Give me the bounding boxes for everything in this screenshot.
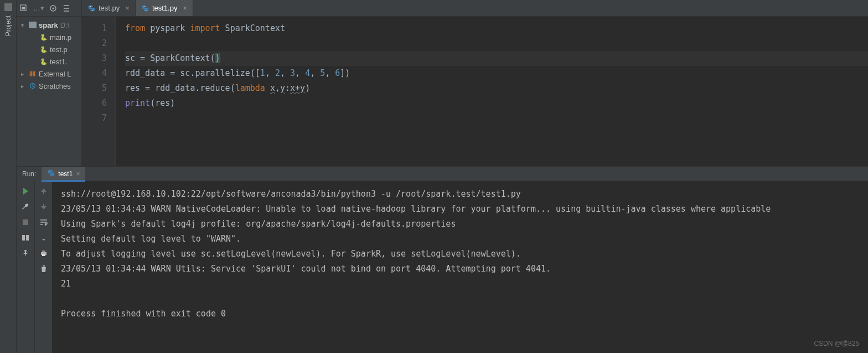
close-icon[interactable]: ×	[183, 4, 187, 12]
python-file-icon	[47, 169, 55, 178]
svg-rect-16	[43, 191, 44, 194]
run-body: ssh://root@192.168.10.102:22/opt/softwar…	[17, 181, 868, 353]
svg-rect-5	[31, 71, 32, 76]
project-view-dropdown-icon[interactable]	[20, 4, 29, 13]
svg-rect-15	[26, 235, 29, 241]
svg-point-11	[143, 6, 144, 6]
svg-rect-7	[34, 71, 35, 76]
run-panel: Run: test1 ×	[17, 166, 868, 353]
tree-file[interactable]: test.p	[17, 43, 81, 55]
svg-rect-19	[42, 250, 45, 252]
svg-rect-14	[22, 235, 25, 241]
root-path: D:\	[60, 21, 70, 29]
scroll-to-end-icon[interactable]	[39, 233, 48, 242]
close-icon[interactable]: ×	[76, 170, 80, 178]
run-icon-column-right	[34, 181, 52, 353]
svg-rect-20	[42, 254, 45, 256]
run-tab[interactable]: test1 ×	[42, 167, 85, 181]
expand-all-icon[interactable]	[62, 4, 71, 13]
library-icon	[29, 70, 37, 78]
tab-test-py[interactable]: test.py ×	[82, 0, 136, 16]
svg-rect-13	[23, 219, 28, 225]
wrench-icon[interactable]	[21, 202, 30, 211]
toolbar-ellipsis[interactable]: …▾	[33, 4, 44, 12]
scratches-label: Scratches	[39, 82, 71, 90]
file-name: main.p	[50, 33, 71, 42]
chevron-down-icon: ▾	[21, 22, 27, 28]
svg-point-9	[90, 6, 91, 6]
run-label: Run:	[17, 170, 42, 178]
layout-icon[interactable]	[21, 233, 30, 242]
print-icon[interactable]	[39, 249, 48, 258]
run-icon-column-left	[17, 181, 34, 353]
down-arrow-icon[interactable]	[39, 202, 48, 211]
up-arrow-icon[interactable]	[39, 187, 48, 196]
select-opened-file-icon[interactable]	[49, 4, 58, 13]
pin-icon[interactable]	[21, 249, 30, 258]
project-tree: ▾ spark D:\ main.p test.p test1.	[17, 17, 81, 94]
external-label: External L	[39, 70, 71, 78]
folder-icon	[29, 22, 37, 28]
chevron-right-icon: ▸	[21, 83, 27, 89]
svg-point-12	[146, 9, 146, 10]
tab-test1-py[interactable]: test1.py ×	[136, 0, 193, 16]
file-name: test.p	[50, 45, 68, 54]
trash-icon[interactable]	[39, 264, 48, 273]
project-toolbar: …▾	[17, 0, 81, 17]
gutter: 1234567	[82, 17, 115, 166]
file-name: test1.	[50, 58, 68, 66]
editor-tabs: test.py × test1.py ×	[82, 0, 868, 17]
project-icon	[4, 3, 12, 11]
top-row: …▾ ▾ spark D:\ main.p	[17, 0, 868, 166]
stop-icon[interactable]	[21, 218, 30, 227]
python-file-icon	[87, 4, 95, 12]
rerun-icon[interactable]	[21, 187, 30, 196]
root-name: spark	[39, 21, 58, 29]
python-file-icon	[141, 4, 149, 12]
editor-body[interactable]: 1234567 from pyspark import SparkContext…	[82, 17, 868, 166]
python-file-icon	[40, 58, 48, 65]
svg-rect-17	[43, 204, 44, 207]
project-label: Project	[4, 16, 12, 36]
tree-file[interactable]: main.p	[17, 31, 81, 43]
tab-label: test.py	[99, 4, 120, 12]
close-icon[interactable]: ×	[125, 4, 130, 12]
python-file-icon	[40, 33, 48, 41]
project-tool-tab[interactable]: Project	[0, 0, 17, 353]
tree-file[interactable]: test1.	[17, 55, 81, 68]
tree-root[interactable]: ▾ spark D:\	[17, 19, 81, 31]
scratches-icon	[29, 82, 37, 90]
tree-scratches[interactable]: ▸ Scratches	[17, 80, 81, 92]
code-area[interactable]: from pyspark import SparkContext sc = Sp…	[115, 17, 868, 166]
tab-label: test1.py	[152, 4, 178, 12]
svg-rect-1	[22, 7, 25, 9]
svg-point-3	[53, 7, 54, 9]
editor: test.py × test1.py × 1234567 from pyspar…	[82, 0, 868, 166]
svg-point-10	[92, 9, 92, 10]
console-output[interactable]: ssh://root@192.168.10.102:22/opt/softwar…	[52, 181, 868, 353]
python-file-icon	[40, 45, 48, 53]
watermark: CSDN @喽825	[814, 339, 859, 349]
svg-rect-6	[33, 71, 34, 76]
main-area: …▾ ▾ spark D:\ main.p	[17, 0, 868, 353]
run-header: Run: test1 ×	[17, 167, 868, 181]
project-sidebar: …▾ ▾ spark D:\ main.p	[17, 0, 82, 166]
svg-rect-4	[30, 71, 31, 76]
tree-external[interactable]: ▸ External L	[17, 68, 81, 80]
soft-wrap-icon[interactable]	[39, 218, 48, 227]
run-tab-label: test1	[58, 170, 73, 178]
chevron-right-icon: ▸	[21, 71, 27, 77]
